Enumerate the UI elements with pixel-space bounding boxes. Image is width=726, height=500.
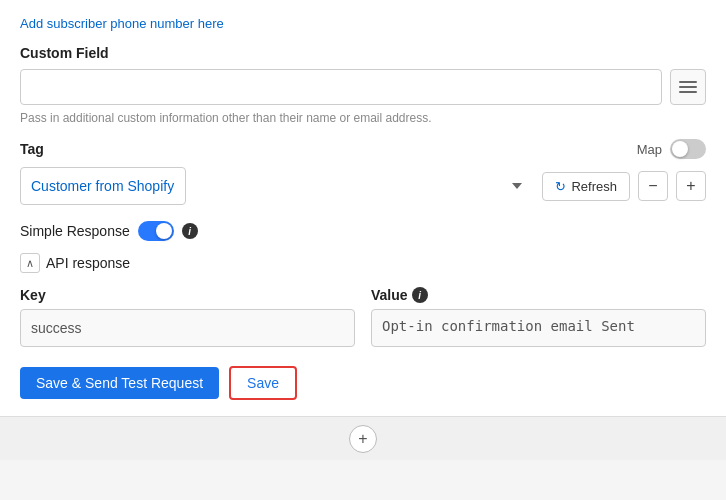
simple-response-row: Simple Response i xyxy=(20,221,706,241)
menu-line-2 xyxy=(679,86,697,88)
menu-line-3 xyxy=(679,91,697,93)
map-label: Map xyxy=(637,142,662,157)
save-send-button[interactable]: Save & Send Test Request xyxy=(20,367,219,399)
main-container: Add subscriber phone number here Custom … xyxy=(0,0,726,460)
simple-response-info-icon[interactable]: i xyxy=(182,223,198,239)
key-input[interactable] xyxy=(20,309,355,347)
custom-field-hint: Pass in additional custom information ot… xyxy=(20,111,706,125)
menu-icon-button[interactable] xyxy=(670,69,706,105)
menu-line-1 xyxy=(679,81,697,83)
tag-select-wrapper: Customer from Shopify VIP Customer New S… xyxy=(20,167,534,205)
simple-response-track xyxy=(138,221,174,241)
action-buttons: Save & Send Test Request Save xyxy=(20,366,706,400)
simple-response-knob xyxy=(156,223,172,239)
map-toggle-track xyxy=(670,139,706,159)
key-col: Key xyxy=(20,287,355,350)
plus-button[interactable]: + xyxy=(676,171,706,201)
key-label: Key xyxy=(20,287,355,303)
save-button[interactable]: Save xyxy=(229,366,297,400)
value-info-icon[interactable]: i xyxy=(412,287,428,303)
api-response-chevron[interactable] xyxy=(20,253,40,273)
minus-icon: − xyxy=(648,177,657,195)
simple-response-label: Simple Response xyxy=(20,223,130,239)
refresh-label: Refresh xyxy=(571,179,617,194)
add-phone-hint: Add subscriber phone number here xyxy=(20,16,706,31)
api-response-label: API response xyxy=(46,255,130,271)
value-col: Value i Opt-in confirmation email Sent xyxy=(371,287,706,350)
add-circle-icon: + xyxy=(358,430,367,448)
value-textarea[interactable]: Opt-in confirmation email Sent xyxy=(371,309,706,347)
plus-icon: + xyxy=(686,177,695,195)
minus-button[interactable]: − xyxy=(638,171,668,201)
custom-field-input[interactable] xyxy=(20,69,662,105)
tag-label: Tag xyxy=(20,141,44,157)
tag-row: Tag Map xyxy=(20,139,706,159)
custom-field-label: Custom Field xyxy=(20,45,706,61)
api-response-row: API response xyxy=(20,253,706,273)
map-toggle[interactable] xyxy=(670,139,706,159)
refresh-icon: ↻ xyxy=(555,179,566,194)
key-value-row: Key Value i Opt-in confirmation email Se… xyxy=(20,287,706,350)
bottom-bar: + xyxy=(0,416,726,460)
add-circle-button[interactable]: + xyxy=(349,425,377,453)
value-label: Value i xyxy=(371,287,706,303)
tag-select[interactable]: Customer from Shopify VIP Customer New S… xyxy=(20,167,186,205)
refresh-button[interactable]: ↻ Refresh xyxy=(542,172,630,201)
simple-response-toggle[interactable] xyxy=(138,221,174,241)
tag-select-row: Customer from Shopify VIP Customer New S… xyxy=(20,167,706,205)
custom-field-row xyxy=(20,69,706,105)
map-toggle-knob xyxy=(672,141,688,157)
